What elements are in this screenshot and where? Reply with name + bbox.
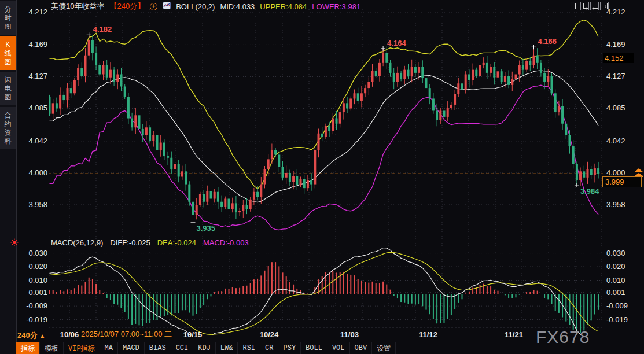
indicator-toolbar: 指标模板VIP指标MAMACDBIASCCIKDJLW&RSICRPSYBOLL… (16, 342, 644, 354)
price-axis-label: 4.127 (22, 72, 47, 80)
axis-scale-left-icon[interactable] (580, 2, 589, 10)
date-axis-label: 11/21 (498, 330, 530, 339)
reference-price-badge: 4.152 (603, 53, 634, 63)
toolbar-item-CR[interactable]: CR (260, 342, 278, 354)
up-triangle-icon: ▲ (39, 333, 45, 339)
macd-header: MACD(26,12,9) DIFF:-0.025 DEA:-0.024 MAC… (51, 238, 249, 247)
price-axis-label: 4.127 (606, 72, 632, 80)
toolbar-item-OBV[interactable]: OBV (350, 342, 373, 354)
price-axis-label: 4.169 (22, 40, 47, 49)
macd-axis-label: -0.019 (22, 315, 47, 324)
chart-header: 美债10年收益率 【240分】 + BOLL(20,2) MID:4.033 U… (51, 2, 360, 11)
chart-application: 4.1823.9354.1644.1663.984 分时图K线图闪电图合约资料 … (0, 0, 644, 354)
boll-upper-line (50, 20, 599, 189)
toolbar-item-VOL[interactable]: VOL (327, 342, 350, 354)
date-axis-label: 10/24 (253, 330, 285, 339)
snap-to-latest-icon[interactable] (600, 2, 609, 10)
toolbar-item-VIP指标[interactable]: VIP指标 (64, 342, 100, 354)
extreme-price-label: 4.164 (387, 39, 406, 47)
chart-tool-icons (571, 2, 609, 10)
price-axis-label: 3.958 (22, 200, 47, 209)
plus-circle-icon[interactable]: + (150, 3, 157, 10)
timeframe-label[interactable]: 240分 ▲ (17, 330, 45, 341)
toolbar-item-设置[interactable]: 设置 (372, 342, 396, 354)
boll-mid-line (50, 71, 599, 202)
alert-icon[interactable] (10, 238, 19, 249)
extreme-price-label: 4.182 (93, 25, 112, 34)
macd-panel (50, 248, 599, 341)
boll-lower-value: LOWER:3.981 (312, 2, 360, 11)
chart-canvas[interactable]: 4.1823.9354.1644.1663.984 (0, 0, 644, 354)
macd-params-label: MACD(26,12,9) (51, 238, 103, 247)
extreme-price-label: 3.984 (580, 187, 599, 196)
boll-lower-line (50, 85, 599, 230)
toolbar-item-MA[interactable]: MA (100, 342, 118, 354)
toolbar-item-CCI[interactable]: CCI (171, 342, 194, 354)
axis-scale-right-icon[interactable] (590, 2, 599, 10)
price-annotations: 4.1823.9354.1644.1663.984 (87, 25, 600, 233)
macd-axis-label: 0.001 (22, 288, 47, 297)
toolbar-item-指标[interactable]: 指标 (16, 342, 40, 354)
sidebar-tab-3[interactable]: 闪电图 (0, 72, 16, 105)
date-axis-label: 11/03 (333, 330, 366, 339)
macd-axis-label: 0.010 (606, 276, 632, 285)
macd-axis-label: -0.009 (22, 301, 47, 310)
candlesticks (49, 35, 600, 222)
sidebar-tab-1[interactable]: 分时图 (0, 1, 16, 35)
price-axis-label: 4.000 (606, 168, 632, 177)
macd-axis-label: -0.019 (606, 315, 632, 324)
toolbar-item-BOLL[interactable]: BOLL (301, 342, 327, 354)
toolbar-item-BIAS[interactable]: BIAS (145, 342, 171, 354)
date-axis-label: 10/15 (176, 330, 209, 339)
sidebar: 分时图K线图闪电图合约资料 (0, 0, 17, 354)
extreme-price-label: 4.166 (538, 37, 557, 46)
price-axis-label: 4.000 (22, 168, 47, 177)
price-axis-label: 4.042 (22, 137, 47, 145)
toolbar-item-PSY[interactable]: PSY (278, 342, 301, 354)
instrument-title: 美债10年收益率 (51, 1, 104, 12)
price-axis-label: 4.169 (606, 40, 632, 49)
sidebar-tab-2[interactable]: K线图 (0, 36, 16, 70)
macd-axis-label: 0.020 (606, 262, 632, 271)
toolbar-item-MACD[interactable]: MACD (118, 342, 145, 354)
macd-axis-label: 0.010 (22, 276, 47, 285)
bar-datetime-tooltip: 2025/10/07 07:00~11:00 二 (79, 329, 174, 340)
scroll-to-latest-icon[interactable] (634, 168, 643, 177)
price-axis-label: 4.085 (606, 104, 632, 112)
boll-params-label: BOLL(20,2) (176, 2, 215, 11)
mini-chart-icon[interactable] (163, 2, 171, 11)
macd-axis-label: 0.001 (606, 288, 632, 297)
last-price-badge: 3.999 (602, 176, 642, 187)
toolbar-item-RSI[interactable]: RSI (238, 342, 260, 354)
macd-macd-value: MACD:-0.003 (203, 238, 249, 247)
boll-upper-value: UPPER:4.084 (260, 2, 307, 11)
price-axis-label: 4.212 (22, 8, 47, 16)
price-axis-label: 4.085 (22, 104, 47, 112)
macd-axis-label: -0.009 (606, 301, 632, 310)
period-badge[interactable]: 【240分】 (109, 1, 145, 12)
price-axis-label: 3.958 (606, 200, 632, 209)
price-axis-label: 4.042 (606, 137, 632, 145)
date-axis-label: 11/12 (412, 330, 444, 339)
extreme-price-label: 3.935 (197, 224, 216, 233)
sidebar-tab-4[interactable]: 合约资料 (0, 107, 16, 149)
price-axis-label: 4.212 (606, 8, 632, 16)
macd-axis-label: 0.030 (606, 249, 632, 257)
toolbar-item-模板[interactable]: 模板 (40, 342, 64, 354)
macd-axis-label: 0.020 (22, 262, 47, 271)
pan-crosshair-icon[interactable] (571, 2, 579, 10)
macd-dea-value: DEA:-0.024 (157, 238, 196, 247)
boll-mid-value: MID:4.033 (220, 2, 255, 11)
macd-diff-value: DIFF:-0.025 (110, 238, 150, 247)
toolbar-item-LW&[interactable]: LW& (216, 342, 238, 354)
macd-axis-label: 0.030 (22, 249, 47, 257)
toolbar-item-KDJ[interactable]: KDJ (193, 342, 216, 354)
